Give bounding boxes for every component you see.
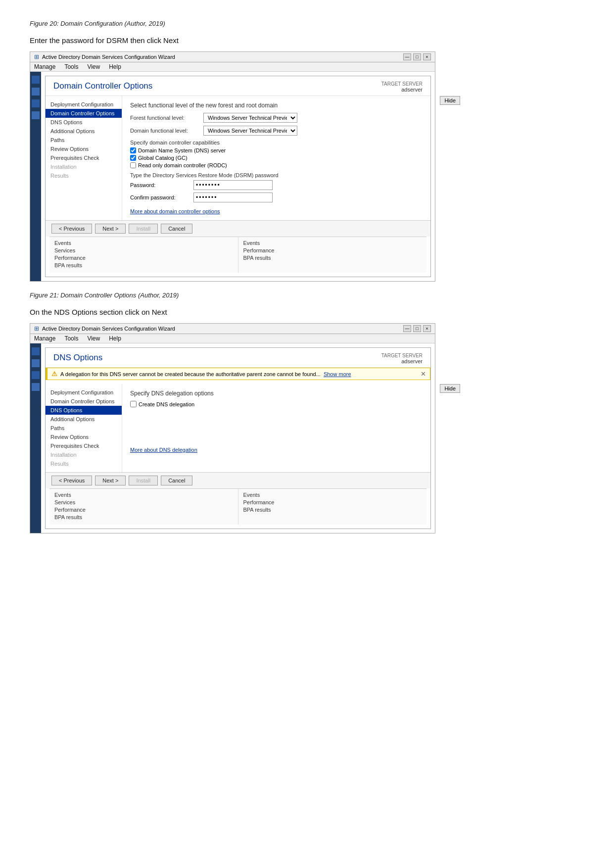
wizard-main-2: Specify DNS delegation options Create DN…	[122, 384, 430, 472]
menu-help-1[interactable]: Help	[109, 63, 121, 70]
previous-button-2[interactable]: < Previous	[51, 476, 92, 485]
nav-dns-1[interactable]: DNS Options	[46, 118, 122, 127]
sm-body-1: Domain Controller Options TARGET SERVER …	[30, 72, 435, 281]
wizard-bottom-1: Events Services Performance BPA results …	[49, 237, 426, 273]
server-manager-window-2: ⊞ Active Directory Domain Services Confi…	[30, 323, 435, 533]
hide-button-1[interactable]: Hide	[440, 96, 460, 105]
password-row: Password:	[130, 180, 423, 190]
wizard-title-2: DNS Options	[53, 353, 102, 363]
target-server-1: TARGET SERVER adserver	[381, 81, 423, 93]
nav-additional-2[interactable]: Additional Options	[46, 415, 122, 424]
minimize-btn-1[interactable]: —	[403, 53, 411, 60]
gc-checkbox[interactable]	[130, 155, 136, 161]
warning-icon-2: ⚠	[51, 370, 57, 378]
nav-deployment-1[interactable]: Deployment Configuration	[46, 100, 122, 109]
sidebar-icon-1c[interactable]	[32, 99, 40, 107]
bottom-services-1[interactable]: Services	[54, 247, 233, 253]
bottom-bpa-r1[interactable]: BPA results	[243, 255, 422, 261]
nav-review-1[interactable]: Review Options	[46, 145, 122, 153]
menu-help-2[interactable]: Help	[109, 335, 121, 342]
next-button-2[interactable]: Next >	[95, 476, 126, 485]
wizard-content-1: Deployment Configuration Domain Controll…	[46, 96, 430, 220]
rodc-checkbox[interactable]	[130, 162, 136, 168]
close-btn-1[interactable]: ×	[423, 53, 431, 60]
title-text-1: Active Directory Domain Services Configu…	[42, 54, 175, 60]
more-about-dns-link[interactable]: More about DNS delegation	[130, 447, 423, 453]
restore-btn-1[interactable]: □	[413, 53, 421, 60]
top-menu-1: Manage Tools View Help	[30, 62, 435, 72]
bottom-right-1: Events Performance BPA results	[238, 237, 427, 273]
bottom-perf-2[interactable]: Performance	[54, 507, 233, 513]
menu-manage-1[interactable]: Manage	[34, 63, 55, 70]
dns-delegation-checkbox[interactable]	[130, 401, 137, 407]
cancel-button-1[interactable]: Cancel	[161, 224, 192, 234]
sidebar-icons-1	[30, 72, 41, 281]
minimize-btn-2[interactable]: —	[403, 325, 411, 332]
nav-dc-options-2[interactable]: Domain Controller Options	[46, 397, 122, 406]
sidebar-icon-1a[interactable]	[32, 76, 40, 84]
bottom-bpa-r2[interactable]: BPA results	[243, 507, 422, 513]
bottom-perf-1[interactable]: Performance	[54, 255, 233, 261]
nav-dns-2[interactable]: DNS Options	[46, 406, 122, 415]
cancel-button-2[interactable]: Cancel	[161, 476, 192, 485]
wizard-content-2: Deployment Configuration Domain Controll…	[46, 384, 430, 472]
close-btn-2[interactable]: ×	[423, 325, 431, 332]
sidebar-icon-2b[interactable]	[32, 359, 40, 367]
bottom-bpa-2[interactable]: BPA results	[54, 514, 233, 520]
next-button-1[interactable]: Next >	[95, 224, 126, 234]
warning-close-btn[interactable]: ✕	[421, 370, 426, 378]
bottom-services-2[interactable]: Services	[54, 499, 233, 505]
hide-button-2[interactable]: Hide	[440, 384, 460, 393]
menu-tools-1[interactable]: Tools	[64, 63, 78, 70]
nav-install-1: Installation	[46, 162, 122, 171]
more-about-link-1[interactable]: More about domain controller options	[130, 208, 423, 214]
nav-prereq-1[interactable]: Prerequisites Check	[46, 153, 122, 162]
target-server-name-1: adserver	[381, 87, 423, 93]
warning-show-more-link[interactable]: Show more	[324, 371, 351, 377]
rodc-checkbox-label: Read only domain controller (RODC)	[138, 162, 227, 168]
wizard-main-1: Select functional level of the new fores…	[122, 96, 430, 220]
bottom-left-1: Events Services Performance BPA results	[49, 237, 238, 273]
bottom-bpa-1[interactable]: BPA results	[54, 262, 233, 268]
sidebar-icon-2a[interactable]	[32, 347, 40, 355]
forest-select[interactable]: Windows Server Technical Previe	[203, 113, 297, 123]
restore-btn-2[interactable]: □	[413, 325, 421, 332]
wizard-title-1: Domain Controller Options	[53, 81, 152, 91]
app-icon-1: ⊞	[34, 53, 39, 60]
menu-view-2[interactable]: View	[87, 335, 100, 342]
figure-21-caption: Figure 21: Domain Controller Options (Au…	[30, 291, 584, 299]
bottom-perf-r2[interactable]: Performance	[243, 499, 422, 505]
nav-dc-options-1[interactable]: Domain Controller Options	[46, 109, 122, 118]
sidebar-icon-2d[interactable]	[32, 383, 40, 391]
menu-manage-2[interactable]: Manage	[34, 335, 55, 342]
nav-paths-1[interactable]: Paths	[46, 136, 122, 145]
password-section-label: Type the Directory Services Restore Mode…	[130, 172, 423, 178]
bottom-events-2[interactable]: Events	[54, 492, 233, 498]
dns-checkbox[interactable]	[130, 147, 136, 153]
bottom-left-2: Events Services Performance BPA results	[49, 489, 238, 525]
menu-tools-2[interactable]: Tools	[64, 335, 78, 342]
sidebar-icon-1b[interactable]	[32, 88, 40, 96]
confirm-input[interactable]	[193, 193, 273, 202]
sidebar-icon-2c[interactable]	[32, 371, 40, 379]
install-button-1[interactable]: Install	[129, 224, 158, 234]
menu-view-1[interactable]: View	[87, 63, 100, 70]
domain-select[interactable]: Windows Server Technical Previe	[203, 126, 297, 136]
wizard-header-1: Domain Controller Options TARGET SERVER …	[46, 76, 430, 96]
dns-section-label-2: Specify DNS delegation options	[130, 390, 423, 397]
bottom-events-1[interactable]: Events	[54, 240, 233, 246]
domain-field-row: Domain functional level: Windows Server …	[130, 126, 423, 136]
nav-additional-1[interactable]: Additional Options	[46, 127, 122, 136]
bottom-perf-r1[interactable]: Performance	[243, 247, 422, 253]
sidebar-icon-1d[interactable]	[32, 111, 40, 119]
password-input[interactable]	[193, 180, 273, 190]
nav-deployment-2[interactable]: Deployment Configuration	[46, 388, 122, 397]
nav-review-2[interactable]: Review Options	[46, 433, 122, 441]
install-button-2[interactable]: Install	[129, 476, 158, 485]
nav-paths-2[interactable]: Paths	[46, 424, 122, 433]
bottom-events-r1[interactable]: Events	[243, 240, 422, 246]
target-server-2: TARGET SERVER adserver	[381, 353, 423, 364]
nav-prereq-2[interactable]: Prerequisites Check	[46, 441, 122, 450]
previous-button-1[interactable]: < Previous	[51, 224, 92, 234]
bottom-events-r2[interactable]: Events	[243, 492, 422, 498]
